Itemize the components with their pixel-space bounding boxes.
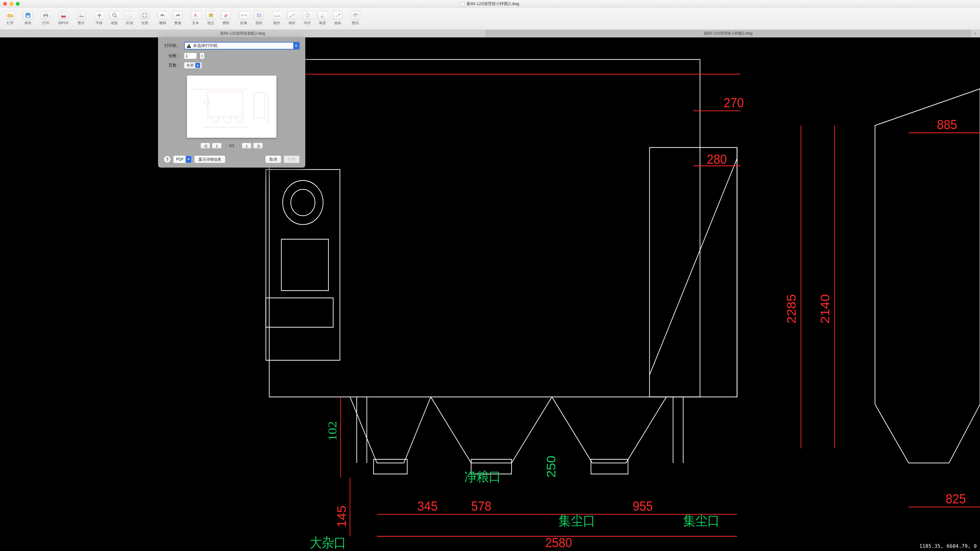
prev-page-button[interactable]: ❮ [212, 143, 221, 148]
svg-point-33 [283, 181, 323, 225]
main-toolbar: 打开 保存 打印 转PDF 图片 平移 缩放 区域 全图 撤销 重做 A文本 批… [0, 8, 980, 30]
print-confirm-button[interactable]: 打印 [284, 156, 299, 163]
window-controls [3, 2, 20, 6]
svg-rect-39 [591, 459, 628, 474]
svg-line-24 [290, 14, 294, 17]
svg-text:345: 345 [417, 498, 438, 513]
copies-stepper[interactable] [200, 53, 204, 59]
svg-text:集尘口: 集尘口 [558, 514, 595, 529]
linear-button[interactable]: 线性 [269, 10, 284, 26]
fit-button[interactable]: 全图 [137, 10, 152, 26]
svg-rect-20 [257, 14, 261, 17]
angle-icon [318, 11, 327, 19]
svg-line-45 [650, 158, 737, 375]
svg-text:集尘口: 集尘口 [683, 514, 720, 529]
first-page-button[interactable]: ❮❮ [200, 143, 210, 148]
svg-rect-44 [650, 148, 737, 397]
pan-button[interactable]: 平移 [91, 10, 107, 26]
window-title-text: 新80-120清理筛小样图2.dwg [466, 1, 519, 7]
relative-button[interactable]: 相对 [284, 10, 299, 26]
undo-button[interactable]: 撤销 [155, 10, 170, 26]
open-button[interactable]: 打开 [3, 10, 18, 26]
measure-segment: 距离 面积 [236, 10, 267, 26]
close-window-button[interactable] [3, 2, 7, 6]
help-button[interactable]: ? [164, 156, 171, 163]
area-icon [254, 11, 264, 19]
svg-line-10 [116, 16, 117, 18]
drawing-canvas[interactable]: 2285 2140 270 280 885 825 345 578 955 25… [0, 37, 980, 551]
pdf-menu-button[interactable]: PDF [173, 156, 192, 163]
print-preview [187, 76, 277, 138]
redo-button[interactable]: 重做 [170, 10, 185, 26]
svg-rect-35 [282, 239, 328, 291]
fit-icon [140, 11, 150, 19]
layers-button[interactable]: 图层 [348, 10, 363, 26]
area-button[interactable]: 面积 [251, 10, 267, 26]
angle-button[interactable]: 角度 [315, 10, 330, 26]
coord-icon [333, 11, 342, 19]
zoom-button[interactable]: 缩放 [107, 10, 122, 26]
print-dialog: 打印机： 未选择打印机 份数： 页数： 全部 [158, 37, 305, 167]
svg-rect-4 [45, 16, 47, 18]
page-navigator: ❮❮ ❮ 1/1 ❯ ❯❯ [164, 143, 299, 148]
radius-button[interactable]: 半径 [299, 10, 315, 26]
chevron-updown-icon [293, 43, 299, 49]
dialog-footer: ? PDF 显示详细信息 取消 打印 [164, 156, 299, 163]
svg-text:955: 955 [633, 498, 653, 513]
coord-button[interactable]: 坐标 [330, 10, 345, 26]
print-button[interactable]: 打印 [38, 10, 53, 26]
maximize-window-button[interactable] [16, 2, 20, 6]
printer-combobox[interactable]: 未选择打印机 [184, 42, 299, 49]
printer-label: 打印机： [164, 43, 181, 49]
svg-rect-77 [208, 92, 243, 117]
page-indicator: 1/1 [229, 143, 234, 148]
region-button[interactable]: 区域 [122, 10, 137, 26]
text-button[interactable]: A文本 [188, 10, 203, 26]
svg-rect-79 [254, 92, 265, 118]
save-button[interactable]: 保存 [20, 10, 35, 26]
save-icon [23, 11, 33, 19]
chevron-down-icon [186, 156, 191, 163]
pan-icon [94, 11, 104, 19]
to-pdf-button[interactable]: 转PDF [56, 10, 71, 26]
document-icon [461, 2, 465, 6]
svg-rect-1 [27, 16, 29, 17]
svg-text:大杂口: 大杂口 [310, 535, 346, 550]
svg-point-26 [294, 14, 295, 15]
annotate-icon [206, 11, 215, 19]
next-page-button[interactable]: ❯ [242, 143, 251, 148]
eraser-icon [221, 11, 231, 19]
pages-label: 页数： [164, 62, 181, 68]
last-page-button[interactable]: ❯❯ [253, 143, 263, 148]
svg-rect-14 [209, 14, 213, 17]
svg-text:885: 885 [937, 117, 957, 132]
svg-text:250: 250 [544, 455, 558, 477]
pages-combobox[interactable]: 全部 [184, 62, 202, 68]
svg-rect-36 [266, 298, 333, 327]
svg-rect-6 [61, 16, 66, 18]
erase-button[interactable]: 擦除 [218, 10, 234, 26]
annotate-button[interactable]: 批注 [203, 10, 218, 26]
cancel-button[interactable]: 取消 [265, 156, 281, 163]
tab-doc-2[interactable]: 新80-120清理筛小样图2.dwg [485, 30, 971, 37]
undo-icon [158, 11, 167, 19]
pdf-icon [59, 11, 68, 19]
relative-dim-icon [287, 11, 297, 19]
minimize-window-button[interactable] [10, 2, 13, 6]
redo-icon [173, 11, 183, 19]
distance-button[interactable]: 距离 [236, 10, 251, 26]
image-button[interactable]: 图片 [74, 10, 89, 26]
new-tab-button[interactable]: + [971, 30, 980, 37]
tab-doc-1[interactable]: 新80-120清理筛装配2.dwg [0, 30, 485, 37]
svg-point-78 [204, 99, 210, 104]
svg-point-8 [80, 14, 81, 15]
copies-input[interactable] [184, 53, 197, 59]
svg-rect-3 [45, 13, 47, 14]
show-details-button[interactable]: 显示详细信息 [194, 156, 225, 163]
svg-line-29 [336, 14, 340, 17]
radius-icon [302, 11, 312, 19]
annotate-segment: A文本 批注 擦除 [188, 10, 234, 26]
chevron-down-icon [200, 56, 204, 59]
zoom-icon [110, 11, 119, 19]
svg-text:102: 102 [326, 421, 339, 441]
